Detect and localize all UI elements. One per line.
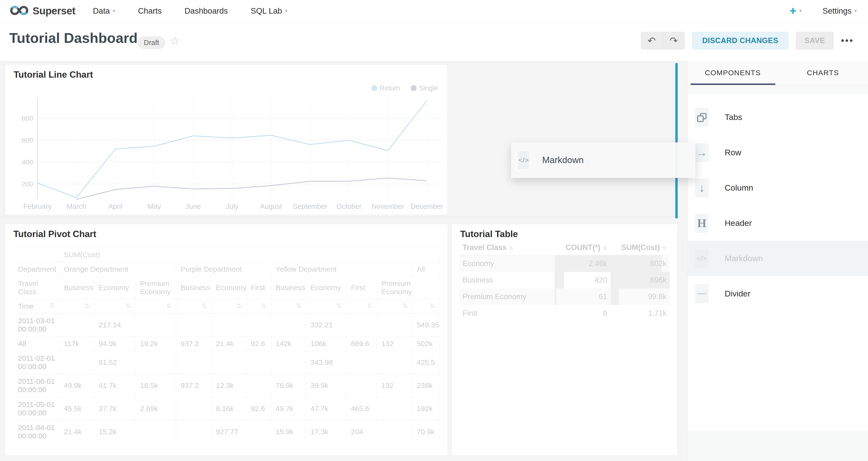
table-cell-travel-class: First (459, 305, 555, 321)
pivot-cell: 47.7k (306, 397, 346, 420)
table-column-header[interactable]: Travel Class⇅ (459, 240, 555, 255)
pivot-cell: 8.16k (212, 397, 246, 420)
pivot-column-header: Business (176, 277, 212, 299)
pivot-cell (212, 313, 246, 337)
legend-label: Return (380, 84, 400, 92)
pivot-cell: 937.2 (176, 337, 212, 351)
table-cell-count: 420 (555, 272, 611, 288)
nav-item-sql-lab[interactable]: SQL Lab▾ (251, 6, 287, 16)
more-options-icon[interactable]: ••• (841, 35, 854, 46)
pivot-cell (346, 351, 377, 374)
sort-icon[interactable]: ⇅ (126, 303, 131, 310)
settings-menu[interactable]: Settings ▾ (823, 6, 857, 16)
sort-icon[interactable]: ⇅ (296, 303, 302, 310)
pivot-column-header: Economy (212, 277, 246, 299)
pivot-cell: 502k (412, 337, 439, 351)
sidebar-item-label: Column (725, 183, 753, 192)
nav-item-charts[interactable]: Charts (138, 6, 162, 16)
sidebar-item-divider[interactable]: Divider (688, 276, 868, 311)
sort-icon[interactable]: ⇅ (50, 302, 55, 309)
table-column-header[interactable]: SUM(Cost)⇅ (611, 240, 670, 255)
sort-icon[interactable]: ⇅ (202, 303, 207, 310)
pivot-group-header: Yellow Department (271, 262, 412, 277)
pivot-cell: 19.2k (135, 337, 176, 351)
pivot-cell: 15.9k (271, 420, 306, 443)
nav-item-data[interactable]: Data▾ (93, 6, 115, 16)
line-chart-card[interactable]: Tutorial Line Chart ReturnSingle 2004006… (5, 64, 447, 215)
new-item-button[interactable]: + ▾ (789, 5, 802, 17)
nav-item-label: Charts (138, 6, 162, 16)
redo-button[interactable]: ↷ (663, 32, 685, 50)
legend-dot-icon (371, 85, 377, 91)
sidebar-item-tabs[interactable]: Tabs (688, 99, 868, 135)
sidebar-item-header[interactable]: HHeader (688, 206, 868, 241)
table-chart-card[interactable]: Tutorial Table Travel Class⇅COUNT(*)⇅SUM… (452, 224, 678, 456)
pivot-cell: 70.9k (412, 420, 439, 443)
save-button[interactable]: SAVE (796, 32, 834, 50)
superset-brand[interactable]: Superset (10, 4, 75, 18)
pivot-cell (176, 313, 212, 337)
sidebar-item-markdown[interactable]: </>Markdown (688, 241, 868, 276)
pivot-chart-card[interactable]: Tutorial Pivot Chart SUM(Cost)Department… (5, 224, 448, 456)
sort-icon[interactable]: ⇅ (337, 303, 342, 310)
pivot-metric-header: SUM(Cost) (59, 248, 440, 262)
sort-icon: ⇅ (509, 245, 514, 251)
sort-icon[interactable]: ⇅ (430, 303, 435, 310)
pivot-cell (271, 351, 306, 374)
nav-item-dashboards[interactable]: Dashboards (184, 6, 228, 16)
pivot-cell (135, 420, 176, 443)
pivot-cell (246, 420, 271, 443)
pivot-cell (59, 351, 94, 374)
active-tab-indicator (691, 84, 775, 85)
pivot-column-header: First (346, 277, 377, 299)
sort-icon[interactable]: ⇅ (402, 303, 408, 310)
table-column-header[interactable]: COUNT(*)⇅ (555, 240, 611, 255)
pivot-row: 2011-05-01 00:00:0045.5k37.7k2.69k8.16k9… (13, 397, 440, 420)
sidebar-item-column[interactable]: ↓Column (688, 170, 868, 206)
sort-icon[interactable]: ⇅ (367, 303, 373, 310)
favorite-star-icon[interactable]: ☆ (170, 34, 180, 47)
pivot-cell: 132 (377, 374, 412, 397)
table-cell-sum: 99.8k (611, 288, 670, 305)
redo-icon: ↷ (670, 35, 678, 46)
pivot-cell: 16.5k (135, 374, 176, 397)
table-row: Business420696k (459, 272, 670, 288)
legend-item-return[interactable]: Return (371, 84, 400, 92)
table-cell-travel-class: Economy (459, 255, 555, 272)
pivot-cell (176, 351, 212, 374)
discard-changes-button[interactable]: DISCARD CHANGES (692, 32, 788, 50)
tab-charts[interactable]: CHARTS (778, 61, 868, 85)
legend-item-single[interactable]: Single (411, 84, 438, 92)
sort-icon[interactable]: ⇅ (84, 303, 90, 310)
column-icon: ↓ (695, 178, 709, 197)
markdown-icon: </> (517, 150, 530, 170)
pivot-cell: 41.7k (94, 374, 135, 397)
page-title[interactable]: Tutorial Dashboard (9, 30, 137, 46)
pivot-axis-department: Department (13, 262, 59, 277)
table-cell-travel-class: Premium Economy (459, 288, 555, 305)
sidebar-item-row[interactable]: →Row (688, 135, 868, 170)
nav-item-label: SQL Lab (251, 6, 282, 16)
chevron-down-icon: ▾ (285, 8, 287, 13)
nav-item-label: Data (93, 6, 110, 16)
chart-title: Tutorial Table (460, 229, 518, 239)
pivot-cell: 37.7k (94, 397, 135, 420)
pivot-row: 2011-03-01 00:00:00217.14332.21549.35 (13, 313, 440, 337)
sort-icon[interactable]: ⇅ (236, 303, 242, 310)
pivot-row-header: 2011-06-01 00:00:00 (13, 374, 59, 397)
table-row: Economy2.46k602k (459, 255, 670, 272)
pivot-group-row: DepartmentOrange DepartmentPurple Depart… (13, 262, 440, 277)
pivot-row-header: 2011-02-01 00:00:00 (13, 351, 59, 374)
pivot-row: 2011-04-01 00:00:0021.4k15.2k927.7715.9k… (13, 420, 440, 443)
dashboard-row-top[interactable]: Tutorial Line Chart ReturnSingle 2004006… (3, 62, 674, 217)
tab-components[interactable]: COMPONENTS (688, 61, 778, 85)
sort-icon[interactable]: ⇅ (261, 303, 267, 310)
undo-button[interactable]: ↶ (641, 32, 662, 50)
dragged-markdown-card[interactable]: </> Markdown (511, 143, 695, 178)
pivot-row: 2011-06-01 00:00:0049.9k41.7k16.5k937.21… (13, 374, 440, 397)
pivot-cell: 21.4k (212, 337, 246, 351)
pivot-cell (212, 351, 246, 374)
pivot-cell: 92.6 (246, 397, 271, 420)
settings-label: Settings (823, 6, 851, 16)
sort-icon[interactable]: ⇅ (166, 303, 172, 310)
